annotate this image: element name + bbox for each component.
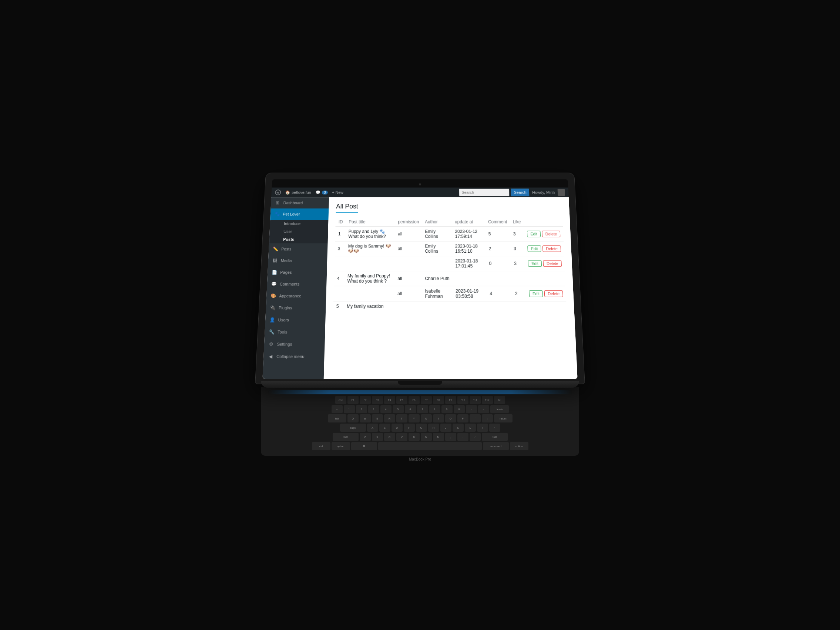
sidebar-item-collapse[interactable]: ◀ Collapse menu <box>264 351 325 363</box>
key-del: del <box>494 396 505 404</box>
cell-id: 4 <box>334 271 344 286</box>
search-input[interactable] <box>459 189 510 196</box>
cell-actions <box>526 271 566 286</box>
sidebar-item-pages[interactable]: 📄 Pages <box>268 266 327 278</box>
cell-author <box>422 256 452 271</box>
cell-comment <box>487 301 513 311</box>
cell-updated <box>453 301 487 311</box>
sidebar-item-appearance[interactable]: 🎨 Appearance <box>266 290 326 302</box>
table-row: 3 My dog is Sammy! 🐶🐶🐶 all Emily Collins… <box>335 241 564 256</box>
col-update-at: update at <box>452 217 485 226</box>
sidebar-item-pet-lover[interactable]: 🐾 Pet Lover <box>270 208 328 220</box>
edit-button[interactable]: Edit <box>528 261 542 267</box>
sidebar-label-tools: Tools <box>278 330 287 334</box>
comments-count[interactable]: 💬 0 <box>315 190 328 194</box>
key-x: X <box>372 433 383 441</box>
cell-updated: 2023-01-18 16:51:10 <box>452 241 486 256</box>
cell-id <box>333 286 344 301</box>
cell-permission: all <box>395 241 422 256</box>
delete-button[interactable]: Delete <box>544 291 563 297</box>
key-7: 7 <box>417 405 428 413</box>
cell-id: 1 <box>335 227 346 242</box>
settings-icon: ⚙ <box>268 341 274 347</box>
wp-logo-icon: W <box>275 189 281 195</box>
cell-like: 3 <box>511 241 525 256</box>
edit-button[interactable]: Edit <box>529 291 543 297</box>
posts-icon: ✏️ <box>272 246 279 252</box>
key-q: Q <box>347 414 358 422</box>
key-p: P <box>457 414 469 422</box>
key-k: K <box>453 423 464 432</box>
sidebar-item-user[interactable]: User <box>278 227 328 235</box>
search-area: Search <box>459 189 529 196</box>
key-f3: F3 <box>372 396 383 404</box>
search-button[interactable]: Search <box>511 189 529 196</box>
key-cmd-r: command <box>483 442 509 450</box>
key-shift-l: shift <box>333 433 358 441</box>
cell-title: Puppy and Lyly 🐾 What do you think? <box>345 227 395 242</box>
key-r: R <box>384 414 395 422</box>
key-f7: F7 <box>421 396 432 404</box>
sidebar-item-settings[interactable]: ⚙ Settings <box>264 338 325 351</box>
site-name[interactable]: 🏠 petlove.fun <box>285 190 311 194</box>
sidebar-label-introduce: Introduce <box>284 222 301 226</box>
key-m: M <box>433 433 444 441</box>
key-quote: ' <box>489 423 500 432</box>
key-u: U <box>421 414 432 422</box>
sidebar-item-posts[interactable]: ✏️ Posts <box>268 243 328 255</box>
key-o: O <box>445 414 456 422</box>
sidebar-label-collapse: Collapse menu <box>276 354 305 359</box>
sidebar-item-users[interactable]: 👤 Users <box>265 314 326 326</box>
sidebar-label-users: Users <box>278 318 289 322</box>
key-z: Z <box>360 433 371 441</box>
sidebar-item-plugins[interactable]: 🔌 Plugins <box>266 302 326 314</box>
key-caps: caps <box>340 423 366 432</box>
sidebar-item-comments[interactable]: 💬 Comments <box>267 278 327 290</box>
delete-button[interactable]: Delete <box>543 245 561 252</box>
edit-button[interactable]: Edit <box>527 245 541 252</box>
new-button[interactable]: + New <box>332 190 343 194</box>
laptop-base <box>261 381 579 388</box>
key-semi: ; <box>477 423 488 432</box>
admin-bar: W 🏠 petlove.fun 💬 0 + New <box>271 188 569 197</box>
key-n: N <box>421 433 432 441</box>
key-f9: F9 <box>445 396 456 404</box>
laptop-brand: MacBook Pro <box>261 457 579 461</box>
collapse-icon: ◀ <box>267 353 273 360</box>
sidebar-item-dashboard[interactable]: ⊞ Dashboard <box>271 197 329 208</box>
cell-title: My family and Poppy! What do you think ? <box>344 271 395 286</box>
edit-button[interactable]: Edit <box>527 231 541 237</box>
sidebar-item-introduce[interactable]: Introduce <box>279 220 328 227</box>
delete-button[interactable]: Delete <box>543 261 562 267</box>
key-2: 2 <box>356 405 367 413</box>
table-row: all Isabelle Fuhrman 2023-01-19 03:58:58… <box>333 286 566 301</box>
sidebar-label-pet-lover: Pet Lover <box>283 212 300 216</box>
key-6: 6 <box>405 405 416 413</box>
key-tab: tab <box>328 414 346 422</box>
sidebar-item-posts-header[interactable]: Posts <box>278 235 328 243</box>
key-s: S <box>379 423 390 432</box>
key-minus: - <box>466 405 477 413</box>
camera <box>272 179 568 187</box>
key-3: 3 <box>368 405 379 413</box>
home-icon: 🏠 <box>285 190 291 194</box>
sidebar-item-tools[interactable]: 🔧 Tools <box>265 326 325 338</box>
cell-comment: 5 <box>485 227 510 242</box>
cell-author: Emily Collins <box>422 241 452 256</box>
key-bracket-l: [ <box>470 414 481 422</box>
keyboard-row-5: shift Z X C V B N M , . / shift <box>268 433 572 441</box>
comments-icon: 💬 <box>270 281 277 287</box>
cell-author: Emily Collins <box>422 227 452 242</box>
cell-id <box>334 256 345 271</box>
sidebar-label-plugins: Plugins <box>279 306 292 310</box>
sidebar-label-dashboard: Dashboard <box>283 201 303 205</box>
tools-icon: 🔧 <box>268 329 275 335</box>
table-row: 2023-01-18 17:01:45 0 3 Edit Delete <box>334 256 565 271</box>
cell-id: 5 <box>333 301 344 311</box>
key-t: T <box>396 414 407 422</box>
key-return: return <box>494 414 513 422</box>
sidebar-item-media[interactable]: 🖼 Media <box>268 255 327 266</box>
sidebar-label-settings: Settings <box>277 342 292 346</box>
key-esc: esc <box>335 396 346 404</box>
delete-button[interactable]: Delete <box>542 231 561 237</box>
